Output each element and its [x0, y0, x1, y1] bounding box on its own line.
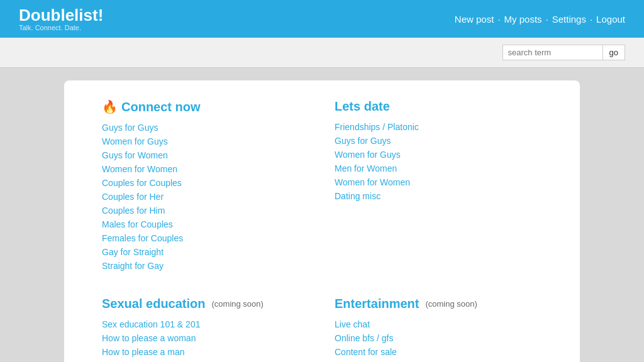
- nav-settings[interactable]: Settings: [552, 14, 586, 25]
- link-please-man[interactable]: How to please a man: [102, 347, 185, 357]
- connect-now-title: 🔥 Connect now: [102, 99, 309, 114]
- search-input[interactable]: [502, 45, 603, 60]
- lets-date-section: Lets date Friendships / Platonic Guys fo…: [335, 99, 542, 274]
- link-men-for-women[interactable]: Men for Women: [335, 163, 397, 173]
- logo-area: Doublelist! Talk. Connect. Date.: [19, 6, 103, 32]
- site-tagline: Talk. Connect. Date.: [19, 24, 103, 31]
- list-item: Straight for Gay: [102, 260, 309, 272]
- nav-dot-2: ·: [546, 14, 548, 25]
- list-item: How to please a woman: [102, 332, 309, 344]
- list-item: How to please a man: [102, 346, 309, 358]
- list-item: Guys for Guys: [335, 135, 542, 146]
- sexual-education-coming-soon: (coming soon): [212, 299, 264, 309]
- list-item: Live chat: [335, 319, 542, 330]
- link-couples-for-her[interactable]: Couples for Her: [102, 192, 164, 202]
- nav-logout[interactable]: Logout: [596, 14, 625, 25]
- connect-now-list: Guys for Guys Women for Guys Guys for Wo…: [102, 122, 309, 272]
- link-women-for-women-2[interactable]: Women for Women: [335, 177, 410, 187]
- link-online-bfs-gfs[interactable]: Online bfs / gfs: [335, 333, 393, 343]
- link-women-for-guys-1[interactable]: Women for Guys: [102, 136, 168, 146]
- nav-dot-3: ·: [590, 14, 592, 25]
- list-item: Couples for Couples: [102, 177, 309, 189]
- sexual-education-list: Sex education 101 & 201 How to please a …: [102, 319, 309, 358]
- search-button[interactable]: go: [603, 45, 625, 60]
- link-couples-for-couples[interactable]: Couples for Couples: [102, 178, 182, 188]
- site-title: Doublelist!: [19, 6, 103, 25]
- link-couples-for-him[interactable]: Couples for Him: [102, 206, 165, 216]
- entertainment-list: Live chat Online bfs / gfs Content for s…: [335, 319, 542, 358]
- link-please-woman[interactable]: How to please a woman: [102, 333, 196, 343]
- link-content-for-sale[interactable]: Content for sale: [335, 347, 397, 357]
- link-guys-for-guys-2[interactable]: Guys for Guys: [335, 136, 391, 146]
- nav-new-post[interactable]: New post: [455, 14, 494, 25]
- bottom-sections: Sexual education (coming soon) Sex educa…: [102, 297, 542, 360]
- list-item: Guys for Women: [102, 150, 309, 161]
- top-sections: 🔥 Connect now Guys for Guys Women for Gu…: [102, 99, 542, 274]
- link-women-for-guys-2[interactable]: Women for Guys: [335, 150, 401, 160]
- link-gay-for-straight[interactable]: Gay for Straight: [102, 247, 164, 257]
- flame-icon: 🔥: [102, 99, 118, 114]
- list-item: Women for Guys: [335, 149, 542, 160]
- list-item: Couples for Her: [102, 191, 309, 202]
- lets-date-list: Friendships / Platonic Guys for Guys Wom…: [335, 121, 542, 202]
- link-women-for-women-1[interactable]: Women for Women: [102, 164, 177, 174]
- header: Doublelist! Talk. Connect. Date. New pos…: [0, 0, 644, 38]
- link-friendships[interactable]: Friendships / Platonic: [335, 122, 419, 132]
- list-item: Women for Women: [335, 177, 542, 188]
- link-sex-education[interactable]: Sex education 101 & 201: [102, 319, 200, 329]
- list-item: Men for Women: [335, 163, 542, 174]
- sexual-education-section: Sexual education (coming soon) Sex educa…: [102, 297, 309, 360]
- entertainment-title: Entertainment (coming soon): [335, 297, 542, 311]
- link-straight-for-gay[interactable]: Straight for Gay: [102, 261, 164, 271]
- list-item: Dating misc: [335, 190, 542, 202]
- list-item: Online bfs / gfs: [335, 332, 542, 344]
- link-live-chat[interactable]: Live chat: [335, 319, 370, 329]
- main-nav: New post · My posts · Settings · Logout: [455, 14, 625, 25]
- list-item: Males for Couples: [102, 219, 309, 230]
- list-item: Friendships / Platonic: [335, 121, 542, 133]
- connect-now-section: 🔥 Connect now Guys for Guys Women for Gu…: [102, 99, 309, 274]
- link-dating-misc[interactable]: Dating misc: [335, 191, 380, 201]
- link-females-for-couples[interactable]: Females for Couples: [102, 233, 183, 243]
- content-card: 🔥 Connect now Guys for Guys Women for Gu…: [64, 80, 580, 362]
- link-guys-for-women[interactable]: Guys for Women: [102, 150, 168, 160]
- search-bar: go: [0, 38, 644, 68]
- nav-dot-1: ·: [497, 14, 500, 25]
- entertainment-section: Entertainment (coming soon) Live chat On…: [335, 297, 542, 360]
- list-item: Guys for Guys: [102, 122, 309, 133]
- lets-date-title: Lets date: [335, 99, 542, 114]
- list-item: Content for sale: [335, 346, 542, 358]
- list-item: Women for Guys: [102, 136, 309, 147]
- sexual-education-title: Sexual education (coming soon): [102, 297, 309, 311]
- list-item: Couples for Him: [102, 205, 309, 216]
- list-item: Sex education 101 & 201: [102, 319, 309, 330]
- nav-my-posts[interactable]: My posts: [504, 14, 542, 25]
- link-males-for-couples[interactable]: Males for Couples: [102, 219, 173, 229]
- list-item: Women for Women: [102, 163, 309, 175]
- main-content: 🔥 Connect now Guys for Guys Women for Gu…: [0, 68, 644, 362]
- entertainment-coming-soon: (coming soon): [425, 299, 477, 309]
- list-item: Gay for Straight: [102, 246, 309, 258]
- list-item: Females for Couples: [102, 233, 309, 244]
- link-guys-for-guys-1[interactable]: Guys for Guys: [102, 123, 158, 133]
